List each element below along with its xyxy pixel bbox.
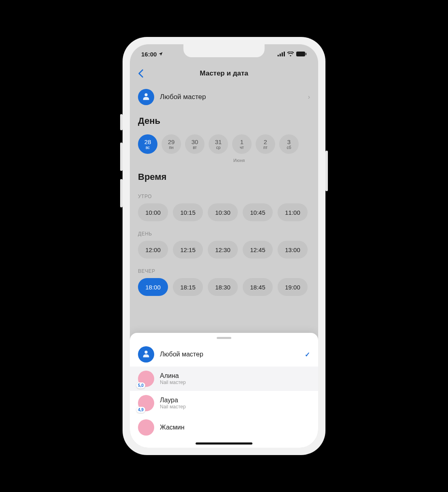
device-side-button	[120, 114, 123, 130]
location-icon	[158, 52, 163, 56]
time-chip[interactable]: 13:00	[278, 241, 308, 259]
day-section: День	[130, 111, 318, 134]
screen: 16:00	[130, 44, 318, 448]
master-name: Жасмин	[160, 424, 310, 431]
device-side-button	[120, 142, 123, 171]
day-section-title: День	[138, 116, 310, 126]
day-number: 29	[168, 138, 175, 145]
day-chip[interactable]: 3сб	[279, 134, 299, 154]
svg-rect-3	[284, 52, 285, 56]
master-bottom-sheet[interactable]: Любой мастер✓5,0АлинаNail мастер4,9Лаура…	[130, 333, 318, 448]
day-chip[interactable]: 28вс	[138, 134, 157, 154]
day-chip[interactable]: 31ср	[209, 134, 228, 154]
time-row: 18:0018:1518:3018:4519:00	[130, 278, 318, 302]
time-chip[interactable]: 12:30	[208, 241, 238, 259]
day-of-week: пн	[169, 145, 174, 150]
day-number: 31	[215, 138, 222, 145]
time-chip[interactable]: 19:00	[278, 278, 308, 296]
day-of-week: чт	[240, 145, 244, 150]
day-chip[interactable]: 2пт	[256, 134, 275, 154]
time-section: Время	[130, 167, 318, 190]
any-master-icon	[138, 346, 154, 363]
drag-handle[interactable]	[217, 337, 231, 339]
time-group-label: ВЕЧЕР	[130, 265, 318, 278]
battery-icon	[296, 52, 307, 56]
master-list-item[interactable]: 4,9ЛаураNail мастер	[130, 391, 318, 415]
rating-badge: 4,9	[136, 407, 145, 413]
time-group-label: УТРО	[130, 190, 318, 203]
time-row: 12:0012:1512:3012:4513:00	[130, 241, 318, 265]
master-name: Лаура	[160, 397, 310, 404]
time-row: 10:0010:1510:3010:4511:00	[130, 203, 318, 228]
day-of-week: пт	[263, 145, 267, 150]
time-chip[interactable]: 11:00	[278, 203, 308, 221]
any-master-icon	[138, 89, 154, 105]
day-number: 2	[264, 138, 267, 145]
avatar: 4,9	[138, 395, 154, 411]
device-frame: 16:00	[123, 37, 325, 455]
day-number: 28	[144, 138, 151, 145]
back-button[interactable]	[135, 69, 147, 78]
time-chip[interactable]: 10:45	[243, 203, 273, 221]
day-number: 30	[192, 138, 198, 145]
day-list: 28вс29пн30вт31ср1чт2пт3сб	[130, 134, 318, 156]
master-subtitle: Nail мастер	[160, 380, 310, 385]
device-notch	[183, 44, 265, 57]
day-chip[interactable]: 29пн	[162, 134, 181, 154]
master-list-item[interactable]: Жасмин	[130, 415, 318, 440]
day-chip[interactable]: 30вт	[185, 134, 205, 154]
svg-rect-1	[280, 54, 281, 56]
svg-rect-5	[306, 53, 306, 55]
day-number: 3	[287, 138, 291, 145]
master-list-item[interactable]: Любой мастер✓	[130, 342, 318, 367]
avatar: 5,0	[138, 371, 154, 387]
master-selector-label: Любой мастер	[160, 93, 302, 101]
time-chip[interactable]: 18:30	[208, 278, 238, 296]
time-chip[interactable]: 18:15	[173, 278, 203, 296]
svg-rect-2	[282, 52, 283, 56]
time-chip[interactable]: 10:15	[173, 203, 203, 221]
cellular-icon	[278, 52, 285, 56]
page-title: Мастер и дата	[130, 69, 318, 78]
time-chip[interactable]: 12:00	[138, 241, 168, 259]
time-section-title: Время	[138, 172, 310, 182]
home-indicator[interactable]	[196, 442, 252, 445]
month-label: Июня	[130, 158, 318, 163]
time-chip[interactable]: 18:00	[138, 278, 168, 296]
day-chip[interactable]: 1чт	[232, 134, 252, 154]
master-subtitle: Nail мастер	[160, 404, 310, 410]
check-icon: ✓	[305, 351, 310, 358]
time-chip[interactable]: 10:00	[138, 203, 168, 221]
day-of-week: вт	[193, 145, 197, 150]
master-name: Любой мастер	[160, 351, 299, 358]
time-chip[interactable]: 18:45	[243, 278, 273, 296]
wifi-icon	[287, 52, 294, 56]
time-chip[interactable]: 10:30	[208, 203, 238, 221]
svg-rect-4	[296, 52, 305, 56]
avatar	[138, 419, 154, 436]
svg-rect-0	[278, 55, 279, 56]
nav-bar: Мастер и дата	[130, 64, 318, 83]
time-chip[interactable]: 12:45	[243, 241, 273, 259]
day-of-week: ср	[216, 145, 221, 150]
avatar	[138, 346, 154, 363]
day-of-week: вс	[146, 145, 150, 150]
device-side-button	[120, 179, 123, 207]
status-time: 16:00	[141, 51, 157, 58]
device-side-button	[325, 151, 328, 191]
person-avatar-icon	[138, 419, 154, 436]
rating-badge: 5,0	[136, 382, 145, 388]
time-chip[interactable]: 12:15	[173, 241, 203, 259]
master-list-item[interactable]: 5,0АлинаNail мастер	[130, 367, 318, 391]
day-of-week: сб	[287, 145, 291, 150]
day-number: 1	[240, 138, 243, 145]
chevron-right-icon: ›	[308, 93, 310, 101]
master-selector[interactable]: Любой мастер ›	[130, 83, 318, 111]
time-group-label: ДЕНЬ	[130, 228, 318, 241]
master-name: Алина	[160, 372, 310, 380]
